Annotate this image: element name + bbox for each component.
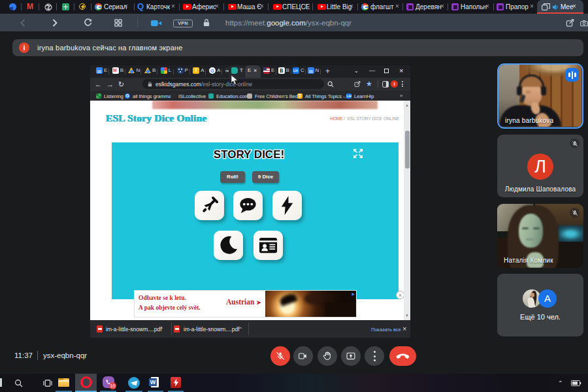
svg-text:STORY DICE!: STORY DICE! — [214, 148, 284, 161]
